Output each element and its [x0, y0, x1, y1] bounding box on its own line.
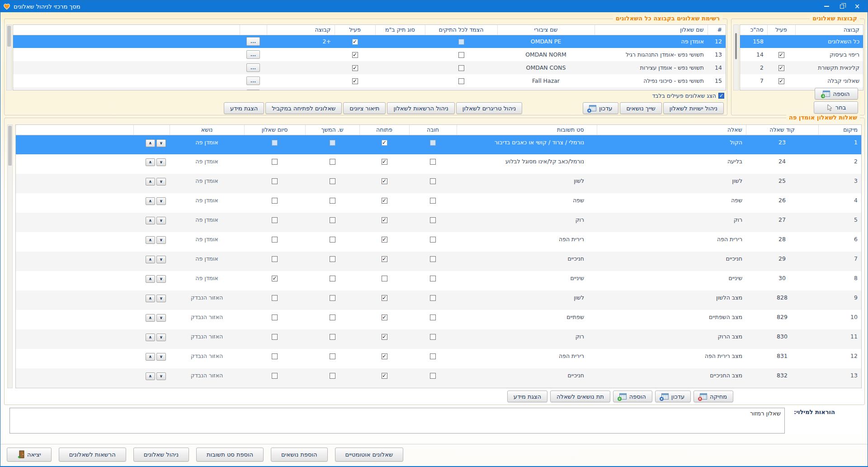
- move-up-button[interactable]: [146, 178, 155, 186]
- continue-checkbox[interactable]: [330, 373, 335, 379]
- question-row[interactable]: 8 30 שיניים שיניים אומדן פה: [16, 271, 861, 291]
- continue-checkbox[interactable]: [330, 315, 335, 320]
- list-scrollbar-thumb[interactable]: [7, 26, 11, 47]
- open-checkbox[interactable]: [382, 276, 387, 281]
- group-active-checkbox[interactable]: [778, 78, 784, 84]
- question-row[interactable]: 11 830 מצב הרוק רוק האזור הנבדק: [16, 329, 861, 349]
- open-checkbox[interactable]: [382, 315, 387, 320]
- open-checkbox[interactable]: [382, 159, 387, 165]
- group-row[interactable]: ריפוי בעיסוק 14: [740, 48, 863, 61]
- minimize-button[interactable]: [819, 0, 834, 12]
- move-down-button[interactable]: [156, 197, 166, 205]
- open-checkbox[interactable]: [382, 373, 387, 379]
- questionnaire-row[interactable]: 14 תשושי נפש - אומדן עצירות OMDAN CONS .…: [13, 61, 726, 74]
- attach-all-checkbox[interactable]: [458, 65, 464, 71]
- questionnaire-row[interactable]: 16 סימפטומי קורונה CORONA ...: [13, 87, 726, 91]
- mandatory-checkbox[interactable]: [430, 140, 436, 146]
- continue-checkbox[interactable]: [330, 198, 335, 204]
- restore-button[interactable]: [834, 0, 849, 12]
- update-question-button[interactable]: עדכון: [655, 391, 691, 402]
- exit-button[interactable]: יציאה: [7, 448, 52, 462]
- questions-scrollbar[interactable]: [7, 124, 13, 388]
- end-questionnaire-checkbox[interactable]: [272, 140, 278, 146]
- move-up-button[interactable]: [146, 372, 155, 380]
- browse-button[interactable]: ...: [246, 76, 260, 85]
- move-down-button[interactable]: [156, 139, 166, 147]
- end-questionnaire-checkbox[interactable]: [272, 217, 278, 223]
- add-topics-button[interactable]: הוספת נושאים: [271, 448, 327, 462]
- continue-checkbox[interactable]: [330, 178, 335, 184]
- show-active-only-checkbox[interactable]: הצג שאלונים פעילים בלבד: [652, 92, 724, 99]
- move-down-button[interactable]: [156, 314, 166, 322]
- continue-checkbox[interactable]: [330, 140, 335, 146]
- questionnaire-row[interactable]: 15 תשושי נפש - סיכוני נפילה Fall Hazar .…: [13, 74, 726, 87]
- close-button[interactable]: ×: [849, 0, 865, 12]
- question-row[interactable]: 2 24 בליעה נורמל/כאב קל/אינו מסוגל לבלוע…: [16, 154, 861, 174]
- move-down-button[interactable]: [156, 372, 166, 380]
- score-description-button[interactable]: תיאור ציונים: [343, 102, 386, 114]
- end-questionnaire-checkbox[interactable]: [272, 256, 278, 262]
- move-down-button[interactable]: [156, 236, 166, 244]
- move-up-button[interactable]: [146, 256, 155, 263]
- browse-button[interactable]: ...: [246, 50, 260, 59]
- mandatory-checkbox[interactable]: [430, 198, 436, 204]
- move-up-button[interactable]: [146, 334, 155, 341]
- open-checkbox[interactable]: [382, 217, 387, 223]
- open-checkbox[interactable]: [382, 140, 387, 146]
- manage-entities-button[interactable]: ניהול ישויות לשאלון: [663, 102, 724, 114]
- move-down-button[interactable]: [156, 217, 166, 224]
- end-questionnaire-checkbox[interactable]: [272, 178, 278, 184]
- group-active-checkbox[interactable]: [778, 52, 784, 58]
- questionnaire-permissions-button[interactable]: הרשאות לשאלונים: [59, 448, 126, 462]
- end-questionnaire-checkbox[interactable]: [272, 237, 278, 243]
- list-scrollbar[interactable]: [6, 24, 12, 91]
- browse-button[interactable]: ...: [246, 63, 260, 72]
- group-add-button[interactable]: הוספה: [815, 88, 858, 100]
- mandatory-checkbox[interactable]: [430, 315, 436, 320]
- move-down-button[interactable]: [156, 334, 166, 341]
- question-row[interactable]: 13 832 מצב החניכיים חניכיים האזור הנבדק: [16, 368, 861, 388]
- move-up-button[interactable]: [146, 158, 155, 166]
- mandatory-checkbox[interactable]: [430, 353, 436, 359]
- add-question-button[interactable]: הוספה: [613, 391, 652, 402]
- manage-triggers-button[interactable]: ניהול טריגרים לשאלון: [456, 102, 522, 114]
- titlebar[interactable]: מסך מרכזי לניהול שאלונים ×: [0, 0, 868, 12]
- question-row[interactable]: 1 23 הקול נורמלי / צרוד / קושי או כאבים …: [16, 135, 861, 154]
- end-questionnaire-checkbox[interactable]: [272, 353, 278, 359]
- question-row[interactable]: 7 29 חניכיים חניכיים אומדן פה: [16, 252, 861, 271]
- continue-checkbox[interactable]: [330, 237, 335, 243]
- move-up-button[interactable]: [146, 314, 155, 322]
- groups-scrollbar[interactable]: [733, 24, 739, 91]
- delete-question-button[interactable]: מחיקה: [693, 391, 733, 402]
- open-checkbox[interactable]: [382, 256, 387, 262]
- move-down-button[interactable]: [156, 256, 166, 263]
- questionnaire-active-checkbox[interactable]: [352, 65, 358, 71]
- open-checkbox[interactable]: [382, 178, 387, 184]
- continue-checkbox[interactable]: [330, 334, 335, 340]
- group-row[interactable]: קלינאית תקשורת 2: [740, 61, 863, 74]
- mandatory-checkbox[interactable]: [430, 373, 436, 379]
- mandatory-checkbox[interactable]: [430, 237, 436, 243]
- attach-all-checkbox[interactable]: [458, 39, 464, 45]
- questionnaire-active-checkbox[interactable]: [352, 52, 358, 58]
- continue-checkbox[interactable]: [330, 276, 335, 281]
- attach-all-checkbox[interactable]: [458, 52, 464, 58]
- automatic-questionnaires-button[interactable]: שאלונים אוטומטיים: [335, 448, 404, 462]
- group-row[interactable]: כל השאלונים 158: [740, 35, 863, 48]
- continue-checkbox[interactable]: [330, 295, 335, 301]
- questionnaire-row[interactable]: 12 אומדן פה OMDAN PE +2 ...: [13, 35, 726, 48]
- mandatory-checkbox[interactable]: [430, 334, 436, 340]
- question-row[interactable]: 5 27 רוק רוק אומדן פה: [16, 213, 861, 232]
- instructions-textarea[interactable]: שאלון רמזור: [9, 408, 785, 434]
- browse-button[interactable]: ...: [246, 37, 260, 46]
- mandatory-checkbox[interactable]: [430, 295, 436, 301]
- move-up-button[interactable]: [146, 217, 155, 224]
- mandatory-checkbox[interactable]: [430, 159, 436, 165]
- questions-scrollbar-thumb[interactable]: [8, 126, 12, 166]
- move-down-button[interactable]: [156, 275, 166, 283]
- open-checkbox[interactable]: [382, 295, 387, 301]
- mandatory-checkbox[interactable]: [430, 276, 436, 281]
- manage-permissions-button[interactable]: ניהול הרשאות לשאלון: [387, 102, 454, 114]
- browse-button[interactable]: ...: [246, 90, 260, 91]
- open-checkbox[interactable]: [382, 353, 387, 359]
